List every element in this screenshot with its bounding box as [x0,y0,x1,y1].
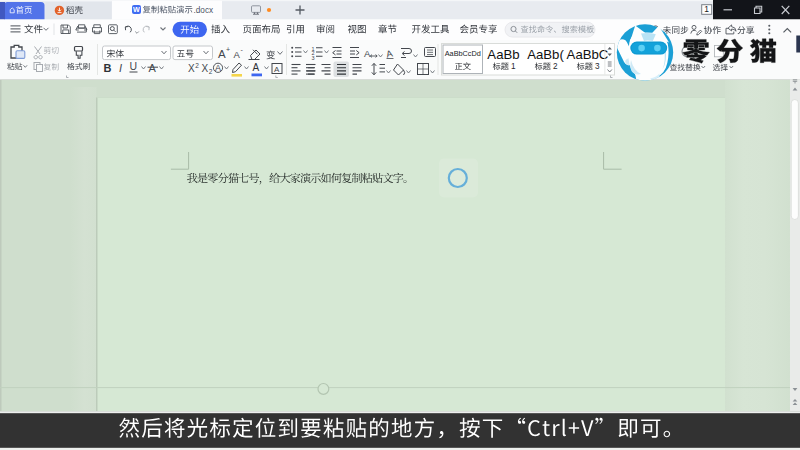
svg-text:A: A [253,62,260,73]
svg-text:A: A [218,48,226,60]
svg-text:2: 2 [553,62,558,71]
svg-text:I: I [119,62,122,74]
svg-text:W: W [133,5,140,14]
svg-text:.docx: .docx [194,6,214,15]
svg-text:1: 1 [704,4,709,14]
svg-text:AaBbC: AaBbC [567,47,609,62]
svg-text:3: 3 [595,62,600,71]
svg-text:2: 2 [195,62,199,69]
svg-text:A: A [234,49,241,60]
svg-text:X: X [188,63,195,74]
svg-text:AaBb(: AaBb( [527,47,564,62]
svg-text:A: A [274,65,280,74]
svg-text:AaBb: AaBb [487,47,519,62]
svg-text:+: + [226,46,230,53]
svg-text:B: B [104,62,112,74]
svg-text:AaBbCcDd: AaBbCcDd [445,49,481,58]
svg-text:3: 3 [312,55,315,61]
svg-text:A: A [364,48,371,59]
svg-text:1: 1 [511,62,516,71]
svg-text:U: U [130,60,138,72]
svg-text:X: X [202,63,209,74]
svg-text:2: 2 [209,68,213,75]
